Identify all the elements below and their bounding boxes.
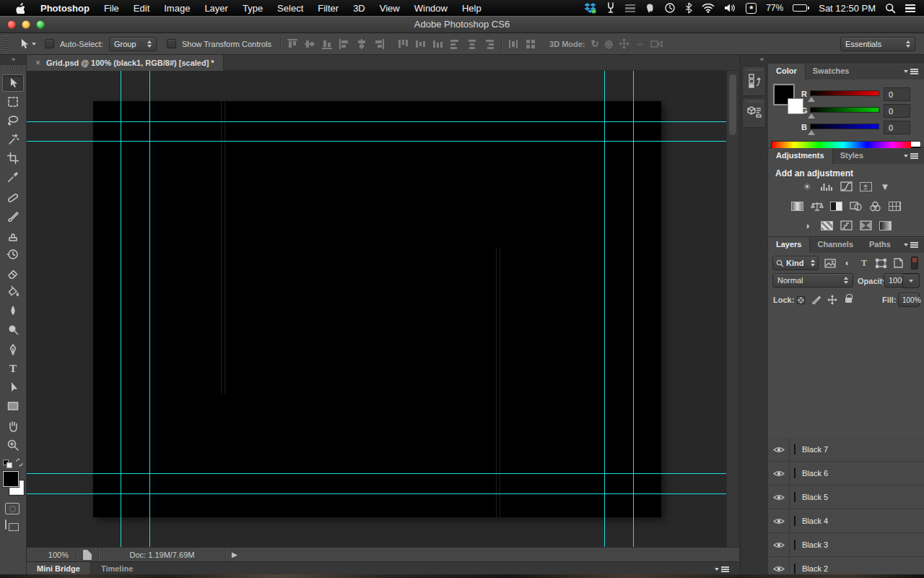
layer-visibility-toggle[interactable] <box>768 533 790 556</box>
lock-position-icon[interactable] <box>826 294 839 306</box>
menu-item[interactable]: Select <box>270 1 310 15</box>
layer-row[interactable]: Black 4 <box>768 509 924 533</box>
layer-thumbnail[interactable] <box>794 516 796 526</box>
notification-center-icon[interactable] <box>905 4 915 12</box>
tab-adjustments[interactable]: Adjustments <box>768 148 832 164</box>
panel-menu-icon[interactable] <box>904 242 918 248</box>
hue-saturation-icon[interactable] <box>789 199 806 212</box>
time-machine-icon[interactable] <box>664 2 676 14</box>
channel-gradient-track[interactable] <box>810 90 879 96</box>
panel-menu-icon[interactable] <box>715 566 729 572</box>
filter-smart-objects-icon[interactable] <box>891 257 905 269</box>
layer-thumbnail[interactable] <box>794 492 796 502</box>
menubar-clock[interactable]: Sat 12:50 PM <box>819 3 876 14</box>
align-right-edges-icon[interactable] <box>373 38 385 50</box>
tab-channels[interactable]: Channels <box>809 237 861 253</box>
history-brush-tool[interactable] <box>2 246 24 263</box>
threshold-icon[interactable] <box>838 219 855 232</box>
document-canvas[interactable] <box>93 101 661 517</box>
posterize-icon[interactable] <box>819 219 835 232</box>
tab-timeline[interactable]: Timeline <box>91 562 143 575</box>
wifi-icon[interactable] <box>702 3 715 13</box>
clone-stamp-tool[interactable] <box>2 227 24 244</box>
dodge-tool[interactable] <box>2 321 24 338</box>
battery-icon[interactable] <box>793 4 809 12</box>
distribute-right-edges-icon[interactable] <box>484 38 495 50</box>
filter-type-layers-icon[interactable]: T <box>857 257 871 269</box>
filter-pixel-layers-icon[interactable] <box>823 257 837 269</box>
layer-visibility-toggle[interactable] <box>768 509 790 532</box>
menu-item[interactable]: Type <box>235 1 270 15</box>
layer-thumbnail[interactable] <box>794 564 796 574</box>
menu-item[interactable]: Help <box>455 1 489 15</box>
input-menu-icon[interactable]: * <box>746 3 757 14</box>
zoom-tool[interactable] <box>2 436 24 454</box>
menu-item[interactable]: View <box>372 1 407 15</box>
panel-menu-icon[interactable] <box>904 69 918 74</box>
dropbox-icon[interactable] <box>584 2 596 14</box>
foreground-color-swatch[interactable] <box>3 471 19 487</box>
status-options-arrow[interactable]: ▶ <box>226 551 243 558</box>
move-tool[interactable] <box>2 74 24 92</box>
rectangular-marquee-tool[interactable] <box>2 93 24 111</box>
screen-mode-button[interactable] <box>5 520 6 529</box>
channel-mixer-icon[interactable] <box>867 199 884 212</box>
3d-rotate-icon[interactable]: ↻ <box>591 38 599 49</box>
panel-menu-icon[interactable] <box>904 153 918 159</box>
slider-marker-icon[interactable] <box>808 97 815 102</box>
channel-value-field[interactable]: 0 <box>884 104 910 118</box>
tab-swatches[interactable]: Swatches <box>805 64 858 79</box>
layer-name[interactable]: Black 3 <box>802 540 828 549</box>
layer-name[interactable]: Black 4 <box>802 517 828 525</box>
scrollbar-thumb[interactable] <box>729 74 736 135</box>
lock-all-icon[interactable] <box>842 293 855 304</box>
channel-value-field[interactable]: 0 <box>884 121 910 134</box>
distribute-spacing-horizontal-icon[interactable] <box>525 38 536 50</box>
tab-styles[interactable]: Styles <box>832 148 871 164</box>
doc-profile-icon[interactable] <box>83 550 92 560</box>
vibrance-icon[interactable]: ▼ <box>877 180 894 193</box>
3d-roll-icon[interactable]: ◎ <box>604 38 612 49</box>
invert-icon[interactable]: ◑ <box>799 219 816 232</box>
align-bottom-edges-icon[interactable] <box>321 38 333 50</box>
menu-item[interactable]: Edit <box>126 1 157 15</box>
channel-gradient-track[interactable] <box>810 107 879 113</box>
menu-item[interactable]: Layer <box>197 1 235 15</box>
distribute-bottom-edges-icon[interactable] <box>432 38 443 50</box>
sync-list-icon[interactable] <box>625 4 635 12</box>
filter-adjustment-layers-icon[interactable]: ◐ <box>840 257 855 269</box>
layer-row[interactable]: Black 5 <box>768 486 924 509</box>
layer-name[interactable]: Black 2 <box>802 564 828 573</box>
menu-item[interactable]: Window <box>407 1 455 15</box>
menu-item[interactable]: Image <box>157 1 197 15</box>
blend-mode-dropdown[interactable]: Normal <box>772 273 853 288</box>
color-lookup-icon[interactable] <box>886 199 903 212</box>
tuning-fork-icon[interactable] <box>606 2 616 14</box>
workspace-switcher[interactable]: Essentials <box>840 37 915 51</box>
opacity-caret-button[interactable] <box>902 274 920 288</box>
3d-camera-icon[interactable] <box>650 40 663 48</box>
layer-name[interactable]: Black 6 <box>802 469 828 478</box>
apple-menu[interactable] <box>6 2 33 14</box>
bluetooth-icon[interactable] <box>685 2 692 14</box>
menu-item[interactable]: Filter <box>310 1 346 15</box>
distribute-left-edges-icon[interactable] <box>449 38 461 50</box>
slider-marker-icon[interactable] <box>808 130 815 135</box>
toolbar-grip[interactable] <box>4 67 22 70</box>
spotlight-icon[interactable] <box>885 3 896 14</box>
distribute-top-edges-icon[interactable] <box>397 38 409 50</box>
slider-marker-icon[interactable] <box>808 113 815 118</box>
tab-mini-bridge[interactable]: Mini Bridge <box>27 562 91 575</box>
menu-item[interactable]: Photoshop <box>33 1 97 15</box>
current-tool-preset[interactable] <box>17 38 39 50</box>
close-document-icon[interactable]: × <box>35 58 40 68</box>
volume-icon[interactable] <box>724 3 736 13</box>
auto-select-checkbox[interactable] <box>45 39 54 48</box>
photo-filter-icon[interactable] <box>847 199 864 212</box>
history-panel-button[interactable] <box>742 66 766 96</box>
selective-color-icon[interactable] <box>877 219 894 232</box>
tab-color[interactable]: Color <box>768 64 805 79</box>
layer-name[interactable]: Black 5 <box>802 493 828 501</box>
eyedropper-tool[interactable] <box>2 168 24 186</box>
menu-item[interactable]: File <box>97 1 126 15</box>
